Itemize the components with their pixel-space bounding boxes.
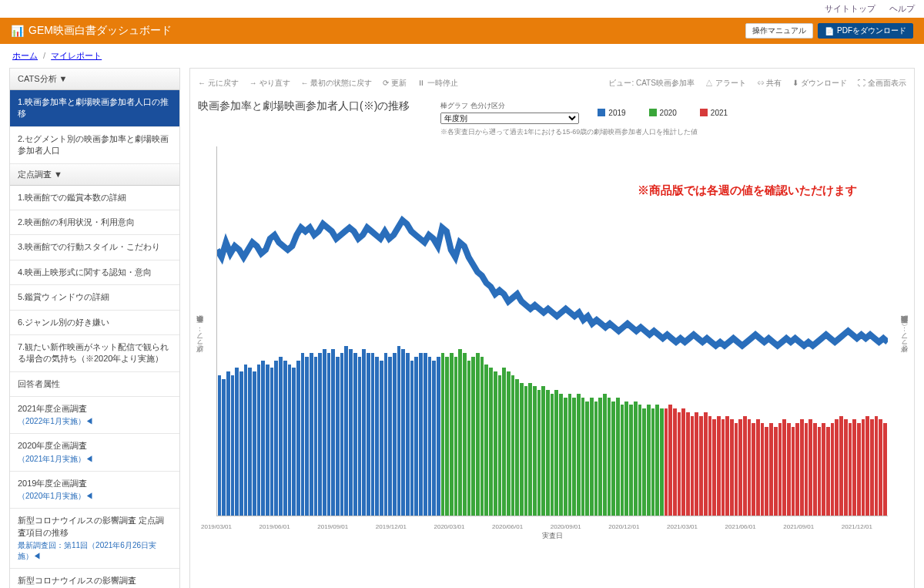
bar[interactable] (310, 353, 313, 516)
bar[interactable] (314, 357, 318, 516)
bar[interactable] (826, 427, 830, 516)
bar[interactable] (787, 423, 791, 516)
bar[interactable] (507, 371, 511, 516)
bar[interactable] (296, 361, 300, 516)
bar[interactable] (445, 357, 449, 516)
breadcrumb-home[interactable]: ホーム (12, 51, 38, 60)
bar[interactable] (603, 394, 607, 516)
bar[interactable] (721, 419, 725, 516)
bar[interactable] (362, 349, 366, 516)
sidebar-item[interactable]: 1.映画館での鑑賞本数の詳細 (10, 186, 179, 210)
bar[interactable] (541, 386, 545, 516)
sidebar-covid-survey[interactable]: 新型コロナウイルスの影響調査※調査内容カテゴリー変更時は「調査内容（表側）」を再… (10, 569, 179, 588)
sidebar-item-2[interactable]: 2.セグメント別の映画参加率と劇場映画参加者人口 (10, 127, 179, 164)
bar[interactable] (554, 390, 558, 516)
bar[interactable] (437, 357, 440, 516)
bar[interactable] (428, 357, 432, 516)
bar[interactable] (279, 357, 283, 516)
bar[interactable] (349, 349, 353, 516)
bar[interactable] (712, 419, 716, 516)
bar[interactable] (450, 353, 454, 516)
bar[interactable] (476, 353, 480, 516)
help-link[interactable]: ヘルプ (889, 3, 915, 15)
bar[interactable] (717, 416, 721, 516)
bar[interactable] (222, 379, 226, 516)
bar[interactable] (875, 416, 879, 516)
bar[interactable] (235, 368, 239, 516)
bar[interactable] (655, 405, 659, 516)
bar[interactable] (668, 405, 672, 516)
bar[interactable] (581, 398, 585, 516)
bar[interactable] (419, 353, 423, 516)
bar[interactable] (598, 398, 602, 516)
bar[interactable] (292, 368, 296, 516)
bar[interactable] (835, 419, 839, 516)
bar[interactable] (634, 402, 638, 516)
bar[interactable] (336, 357, 340, 516)
bar[interactable] (323, 349, 326, 516)
bar[interactable] (274, 361, 278, 516)
bar[interactable] (852, 419, 856, 516)
bar[interactable] (870, 419, 874, 516)
sidebar-item[interactable]: 7.観たい新作映画がネット配信で観られる場合の気持ち（※2020年より実施） (10, 335, 179, 372)
bar[interactable] (673, 408, 677, 516)
bar[interactable] (397, 346, 401, 516)
bar[interactable] (808, 419, 812, 516)
bar[interactable] (288, 365, 292, 516)
bar[interactable] (559, 394, 563, 516)
bar[interactable] (686, 412, 690, 516)
bar[interactable] (471, 357, 475, 516)
bar[interactable] (301, 353, 305, 516)
bar[interactable] (792, 427, 795, 516)
bar[interactable] (410, 361, 414, 516)
bar[interactable] (883, 423, 887, 516)
bar[interactable] (318, 353, 322, 516)
bar[interactable] (822, 423, 825, 516)
bar[interactable] (743, 416, 747, 516)
bar[interactable] (621, 405, 624, 516)
bar[interactable] (231, 375, 235, 516)
sidebar-item[interactable]: 回答者属性 (10, 372, 179, 397)
bar[interactable] (704, 412, 708, 516)
bar[interactable] (695, 412, 698, 516)
bar[interactable] (528, 383, 532, 516)
bar[interactable] (537, 390, 541, 516)
bar[interactable] (862, 419, 865, 516)
bar[interactable] (226, 371, 230, 516)
undo-button[interactable]: ← 元に戻す (198, 78, 239, 89)
bar[interactable] (424, 353, 427, 516)
bar[interactable] (414, 357, 418, 516)
sidebar-item[interactable]: 4.映画上映形式に関する認知・意向 (10, 260, 179, 285)
bar[interactable] (463, 353, 467, 516)
bar[interactable] (865, 416, 869, 516)
bar[interactable] (388, 357, 392, 516)
bar[interactable] (344, 346, 348, 516)
bar[interactable] (253, 371, 256, 516)
bar[interactable] (642, 408, 646, 516)
sidebar-item[interactable]: 2.映画館の利用状況・利用意向 (10, 210, 179, 235)
bar[interactable] (691, 416, 695, 516)
redo-button[interactable]: → やり直す (249, 78, 290, 89)
bar[interactable] (393, 353, 397, 516)
bar[interactable] (616, 398, 620, 516)
bar[interactable] (608, 398, 611, 516)
bar[interactable] (590, 398, 594, 516)
bar[interactable] (879, 419, 882, 516)
sidebar-section-teiten[interactable]: 定点調査 ▼ (10, 164, 179, 186)
fullscreen-button[interactable]: ⛶ 全画面表示 (858, 78, 906, 89)
bar[interactable] (778, 423, 782, 516)
bar[interactable] (546, 390, 550, 516)
bar[interactable] (594, 402, 598, 516)
bar[interactable] (401, 349, 405, 516)
bar[interactable] (218, 375, 222, 516)
group-select[interactable]: 年度別 (440, 113, 579, 124)
bar[interactable] (844, 419, 848, 516)
pause-button[interactable]: ⏸ 一時停止 (417, 78, 458, 89)
manual-button[interactable]: 操作マニュアル (745, 23, 813, 39)
bar[interactable] (524, 386, 528, 516)
bar[interactable] (239, 371, 243, 516)
bar[interactable] (585, 402, 589, 516)
bar[interactable] (638, 405, 642, 516)
bar[interactable] (568, 394, 572, 516)
bar[interactable] (769, 423, 773, 516)
